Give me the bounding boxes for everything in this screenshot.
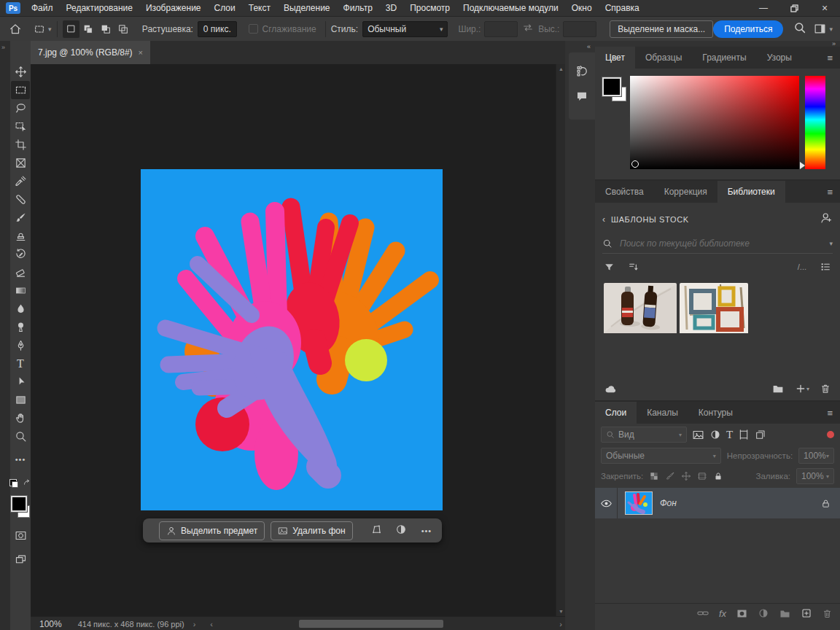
layers-panel-menu-icon[interactable]: ≡ bbox=[820, 402, 840, 424]
clone-stamp-tool-icon[interactable] bbox=[11, 227, 30, 245]
zoom-level[interactable]: 100% bbox=[39, 619, 62, 629]
transform-icon[interactable] bbox=[368, 524, 385, 537]
feather-input[interactable]: 0 пикс. bbox=[198, 21, 237, 37]
horizontal-scrollbar[interactable] bbox=[213, 617, 559, 630]
rectangular-marquee-tool-icon[interactable] bbox=[11, 81, 30, 99]
selection-mode-new-icon[interactable] bbox=[63, 20, 80, 38]
home-icon[interactable] bbox=[6, 20, 25, 38]
layer-row-background[interactable]: Фон bbox=[595, 488, 840, 518]
default-colors-icon[interactable] bbox=[9, 479, 18, 488]
more-options-ellipsis-icon[interactable]: ••• bbox=[417, 526, 437, 535]
layer-name[interactable]: Фон bbox=[660, 498, 677, 508]
zoom-tool-icon[interactable] bbox=[11, 427, 30, 446]
document-tab[interactable]: 7.jpg @ 100% (RGB/8#) × bbox=[31, 41, 150, 64]
vertical-scrollbar[interactable]: ▲ ▼ bbox=[556, 64, 566, 616]
screen-mode-icon[interactable] bbox=[11, 551, 30, 569]
menu-help[interactable]: Справка bbox=[599, 3, 646, 13]
layer-lock-icon[interactable] bbox=[820, 498, 831, 509]
filter-shape-layers-icon[interactable] bbox=[738, 429, 750, 440]
menu-image[interactable]: Изображение bbox=[139, 3, 208, 13]
lasso-tool-icon[interactable] bbox=[11, 99, 30, 117]
menu-view[interactable]: Просмотр bbox=[403, 3, 456, 13]
tab-close-icon[interactable]: × bbox=[139, 48, 143, 57]
filter-pixel-layers-icon[interactable] bbox=[692, 429, 704, 441]
remove-background-button[interactable]: Удалить фон bbox=[271, 521, 352, 540]
healing-brush-tool-icon[interactable] bbox=[11, 190, 30, 209]
tab-color[interactable]: Цвет bbox=[595, 47, 635, 69]
list-view-icon[interactable] bbox=[820, 261, 831, 273]
library-search-input[interactable] bbox=[618, 238, 823, 249]
menu-3d[interactable]: 3D bbox=[379, 3, 403, 13]
blur-tool-icon[interactable] bbox=[11, 300, 30, 318]
history-panel-icon[interactable] bbox=[575, 64, 589, 78]
menu-select[interactable]: Выделение bbox=[277, 3, 337, 13]
new-group-icon[interactable] bbox=[779, 607, 791, 620]
tab-swatches[interactable]: Образцы bbox=[635, 47, 692, 69]
adjustments-icon[interactable] bbox=[391, 524, 411, 537]
share-button[interactable]: Поделиться bbox=[713, 20, 783, 38]
filter-type-layers-icon[interactable]: T bbox=[726, 429, 733, 441]
hand-tool-icon[interactable] bbox=[11, 409, 30, 427]
canvas-area[interactable]: Выделить предмет Удалить фон ••• bbox=[31, 64, 556, 616]
blend-mode-select[interactable]: Обычные ▾ bbox=[601, 448, 721, 464]
layer-thumbnail[interactable] bbox=[625, 491, 653, 515]
selection-mode-add-icon[interactable] bbox=[79, 20, 97, 38]
rectangle-tool-icon[interactable] bbox=[11, 391, 30, 409]
lock-all-icon[interactable] bbox=[713, 471, 723, 481]
minimize-icon[interactable]: — bbox=[748, 0, 779, 16]
close-icon[interactable]: × bbox=[809, 0, 840, 16]
tab-libraries[interactable]: Библиотеки bbox=[718, 181, 785, 203]
gradient-tool-icon[interactable] bbox=[11, 281, 30, 300]
fill-select[interactable]: 100% ▾ bbox=[796, 468, 834, 484]
hscroll-thumb[interactable] bbox=[299, 620, 443, 628]
library-search[interactable]: ▾ bbox=[602, 234, 833, 254]
color-field-marker[interactable] bbox=[631, 160, 639, 168]
search-scope-chevron-icon[interactable]: ▾ bbox=[829, 240, 833, 247]
select-and-mask-button[interactable]: Выделение и маска... bbox=[610, 20, 713, 38]
menu-edit[interactable]: Редактирование bbox=[60, 3, 139, 13]
expand-left-icon[interactable]: » bbox=[0, 41, 10, 51]
antialias-checkbox[interactable] bbox=[249, 24, 258, 34]
tab-paths[interactable]: Контуры bbox=[688, 402, 743, 424]
back-chevron-icon[interactable]: ‹ bbox=[602, 214, 605, 225]
dodge-tool-icon[interactable] bbox=[11, 318, 30, 336]
select-subject-button[interactable]: Выделить предмет bbox=[159, 521, 265, 540]
group-folder-icon[interactable] bbox=[771, 382, 785, 395]
type-tool-icon[interactable]: T bbox=[11, 354, 30, 373]
workspace-switcher-icon[interactable]: ▾ bbox=[814, 23, 833, 35]
library-item-bottles[interactable] bbox=[604, 283, 677, 335]
menu-layers[interactable]: Слои bbox=[208, 3, 242, 13]
invite-people-icon[interactable] bbox=[820, 211, 833, 227]
delete-icon[interactable] bbox=[820, 383, 831, 394]
lock-transparency-icon[interactable] bbox=[649, 471, 659, 481]
collapse-color-dock-icon[interactable]: » bbox=[832, 40, 836, 47]
object-selection-tool-icon[interactable] bbox=[11, 117, 30, 136]
tab-properties[interactable]: Свойства bbox=[595, 181, 654, 203]
height-input[interactable] bbox=[563, 21, 596, 37]
search-icon[interactable] bbox=[793, 21, 806, 36]
sort-icon[interactable] bbox=[628, 261, 639, 273]
opacity-select[interactable]: 100% ▾ bbox=[798, 448, 834, 464]
library-item-frames[interactable] bbox=[680, 283, 748, 335]
path-selection-tool-icon[interactable] bbox=[11, 373, 30, 391]
items-per-row-label[interactable]: /... bbox=[798, 262, 806, 271]
width-input[interactable] bbox=[484, 21, 518, 37]
swap-dimensions-icon[interactable] bbox=[522, 22, 534, 36]
comments-panel-icon[interactable] bbox=[575, 90, 588, 103]
tab-channels[interactable]: Каналы bbox=[637, 402, 688, 424]
selection-mode-subtract-icon[interactable] bbox=[97, 20, 114, 38]
color-saturation-field[interactable] bbox=[630, 76, 799, 169]
libraries-panel-menu-icon[interactable]: ≡ bbox=[820, 181, 840, 203]
menu-window[interactable]: Окно bbox=[565, 3, 599, 13]
selection-mode-intersect-icon[interactable] bbox=[114, 20, 132, 38]
document-canvas[interactable] bbox=[141, 169, 443, 510]
history-brush-tool-icon[interactable] bbox=[11, 245, 30, 263]
tool-preset-picker[interactable]: ▾ bbox=[34, 23, 52, 35]
delete-layer-icon[interactable] bbox=[822, 608, 833, 619]
layer-filter-toggle[interactable] bbox=[827, 431, 834, 438]
layer-filter-search[interactable]: Вид ▾ bbox=[601, 427, 687, 443]
menu-type[interactable]: Текст bbox=[242, 3, 277, 13]
menu-file[interactable]: Файл bbox=[25, 3, 60, 13]
filter-smart-objects-icon[interactable] bbox=[755, 429, 766, 440]
eyedropper-tool-icon[interactable] bbox=[11, 172, 30, 190]
